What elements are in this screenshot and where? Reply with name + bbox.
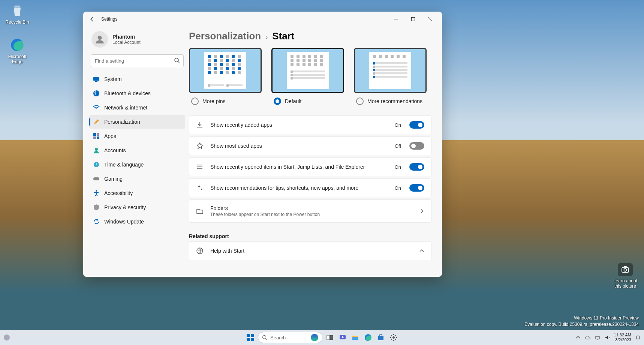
sidebar-item-bluetooth[interactable]: Bluetooth & devices xyxy=(89,87,185,100)
svg-rect-25 xyxy=(327,335,329,340)
svg-rect-8 xyxy=(95,81,97,82)
back-button[interactable] xyxy=(86,13,98,25)
titlebar: Settings xyxy=(83,12,442,27)
minimize-button[interactable] xyxy=(387,13,404,25)
svg-point-5 xyxy=(98,36,102,40)
file-explorer-button[interactable] xyxy=(350,332,361,343)
radio-icon xyxy=(274,98,281,105)
setting-folders[interactable]: Folders These folders appear on Start ne… xyxy=(189,200,431,223)
setting-most-used: Show most used apps Off xyxy=(189,136,431,155)
layout-option-more-recommendations[interactable]: More recommendations xyxy=(354,48,427,105)
chevron-up-icon[interactable] xyxy=(575,334,581,340)
toggle-recently-added[interactable] xyxy=(409,121,424,129)
toggle-most-used[interactable] xyxy=(409,142,424,150)
star-icon xyxy=(196,142,204,150)
download-icon xyxy=(196,121,204,129)
sidebar-item-privacy[interactable]: Privacy & security xyxy=(89,201,185,214)
setting-recently-added: Show recently added apps On xyxy=(189,116,431,134)
cloud-icon[interactable] xyxy=(585,334,591,340)
taskbar: Search 11:32 AM 3/2/2023 xyxy=(0,330,644,345)
help-with-start[interactable]: Help with Start xyxy=(189,242,431,260)
search-icon xyxy=(174,57,180,63)
start-button[interactable] xyxy=(245,332,256,343)
list-icon xyxy=(196,163,204,171)
notifications-icon[interactable] xyxy=(635,334,641,340)
chat-button[interactable] xyxy=(337,332,348,343)
sidebar-item-gaming[interactable]: Gaming xyxy=(89,172,185,186)
sidebar-item-personalization[interactable]: Personalization xyxy=(89,115,185,129)
network-icon[interactable] xyxy=(595,334,601,340)
bing-chat-icon xyxy=(311,334,318,341)
layout-option-more-pins[interactable]: More pins xyxy=(189,48,262,105)
svg-rect-26 xyxy=(330,335,333,340)
breadcrumb-parent[interactable]: Personalization xyxy=(189,30,261,42)
toggle-recommendations[interactable] xyxy=(409,184,424,192)
setting-recommendations: Show recommendations for tips, shortcuts… xyxy=(189,178,431,197)
globe-clock-icon xyxy=(93,161,100,168)
store-button[interactable] xyxy=(376,332,386,343)
avatar-icon xyxy=(91,31,108,48)
svg-rect-23 xyxy=(251,338,254,341)
search-icon xyxy=(262,335,267,340)
svg-point-19 xyxy=(4,334,10,340)
apps-icon xyxy=(93,133,100,140)
svg-rect-20 xyxy=(247,334,250,337)
chevron-up-icon xyxy=(419,248,424,254)
insider-watermark: Windows 11 Pro Insider Preview Evaluatio… xyxy=(524,315,639,328)
bluetooth-icon xyxy=(93,90,100,97)
sidebar-item-accessibility[interactable]: Accessibility xyxy=(89,186,185,200)
svg-rect-7 xyxy=(93,77,99,81)
svg-rect-12 xyxy=(93,136,96,139)
sidebar-item-system[interactable]: System xyxy=(89,72,185,86)
taskbar-search[interactable]: Search xyxy=(258,332,322,343)
toggle-recent-items[interactable] xyxy=(409,163,424,171)
system-tray: 11:32 AM 3/2/2023 xyxy=(575,333,641,342)
related-support-heading: Related support xyxy=(189,233,431,239)
svg-point-24 xyxy=(263,336,266,339)
globe-icon xyxy=(196,247,204,255)
paintbrush-icon xyxy=(93,118,100,125)
clock[interactable]: 11:32 AM 3/2/2023 xyxy=(614,333,631,342)
search-input[interactable] xyxy=(91,54,184,67)
svg-rect-22 xyxy=(247,338,250,341)
svg-rect-13 xyxy=(97,136,99,139)
content-pane: Personalization › Start xyxy=(189,27,442,277)
svg-point-17 xyxy=(96,190,97,192)
settings-window: Settings Phantom Local Account xyxy=(83,12,442,277)
maximize-button[interactable] xyxy=(404,13,422,25)
widgets-button[interactable] xyxy=(1,332,12,343)
user-profile[interactable]: Phantom Local Account xyxy=(89,27,185,54)
sidebar-item-network[interactable]: Network & internet xyxy=(89,101,185,114)
layout-option-default[interactable]: Default xyxy=(271,48,345,105)
svg-rect-29 xyxy=(352,337,358,340)
person-icon xyxy=(93,147,100,154)
sidebar-item-time-language[interactable]: Time & language xyxy=(89,158,185,171)
sidebar-item-accounts[interactable]: Accounts xyxy=(89,144,185,157)
radio-icon xyxy=(356,98,364,105)
volume-icon[interactable] xyxy=(604,334,610,340)
edge-icon xyxy=(10,38,25,52)
close-button[interactable] xyxy=(422,13,439,25)
edge-desktop-icon[interactable]: Microsoft Edge xyxy=(3,38,31,64)
settings-button[interactable] xyxy=(388,332,399,343)
learn-about-picture[interactable]: Learn about this picture xyxy=(613,263,637,289)
sidebar-item-apps[interactable]: Apps xyxy=(89,129,185,143)
desktop-icon-label: Microsoft Edge xyxy=(3,54,31,64)
setting-recent-items: Show recently opened items in Start, Jum… xyxy=(189,158,431,176)
recycle-bin-desktop-icon[interactable]: Recycle Bin xyxy=(3,3,31,25)
radio-icon xyxy=(191,98,199,105)
svg-rect-11 xyxy=(97,133,99,136)
wifi-icon xyxy=(93,104,100,111)
display-icon xyxy=(93,76,100,82)
sidebar-item-windows-update[interactable]: Windows Update xyxy=(89,215,185,228)
task-view-button[interactable] xyxy=(325,332,335,343)
svg-rect-21 xyxy=(251,334,254,337)
edge-button[interactable] xyxy=(363,332,373,343)
camera-icon xyxy=(618,263,633,276)
svg-point-28 xyxy=(342,336,344,338)
chevron-right-icon xyxy=(419,208,424,214)
svg-point-32 xyxy=(392,336,395,339)
page-title: Start xyxy=(272,30,294,42)
svg-point-14 xyxy=(95,148,98,151)
svg-rect-31 xyxy=(378,336,383,340)
